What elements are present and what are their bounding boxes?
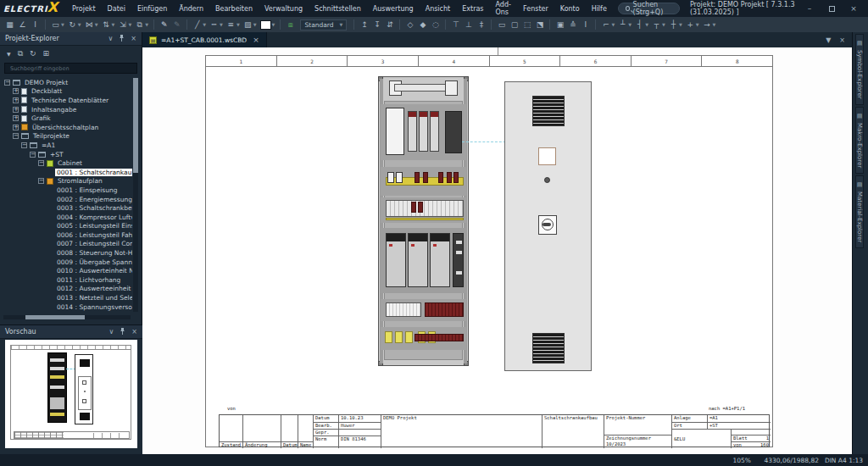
refresh-icon[interactable]: ↻ [30, 49, 36, 58]
layer-order-icon[interactable]: ⇵ [383, 18, 396, 31]
tree-item[interactable]: −DEMO Projekt [0, 78, 132, 87]
panel-close-icon[interactable]: × [131, 35, 136, 42]
menu-ansicht[interactable]: Ansicht [420, 0, 457, 17]
menu-konto[interactable]: Konto [554, 0, 586, 17]
layer-select[interactable]: Standard▼ [300, 19, 347, 31]
new-folder-icon[interactable]: ⧉ [18, 49, 23, 58]
scrollbar-thumb[interactable] [133, 78, 138, 173]
node-icon[interactable]: +▼ [684, 18, 701, 31]
document-tab[interactable]: ▤ =A1+ST_CAB.0001.wsCBD × [142, 32, 267, 47]
minimize-button[interactable]: – [800, 2, 819, 15]
panel-close-icon[interactable]: × [131, 328, 137, 336]
text-cursor-icon[interactable]: I [29, 18, 42, 31]
tree-item[interactable]: 0001 : Einspeisung [0, 186, 132, 195]
tree-item[interactable]: 0005 : Leistungsteil Einspei [0, 222, 132, 231]
arrow-right-icon[interactable]: →▼ [701, 18, 718, 31]
line-color-icon[interactable]: ╱▼ [191, 18, 208, 31]
rectangle-tool-icon[interactable]: ▭ [495, 18, 508, 31]
close-button[interactable]: × [844, 2, 863, 15]
tree-item[interactable]: +Deckblatt [0, 87, 132, 97]
tree-item[interactable]: +Grafik [0, 114, 132, 123]
rounded-rect-tool-icon[interactable]: ▢ [508, 18, 520, 31]
menu-schnittstellen[interactable]: Schnittstellen [309, 0, 367, 17]
tree-item[interactable]: 0008 : Steuerung Not-Halt [0, 248, 132, 258]
tree-item[interactable]: 0012 : Auswerteeinheit Lich [0, 285, 132, 294]
tree-item[interactable]: −=A1 [0, 141, 132, 150]
menu-einf-gen[interactable]: Einfügen [131, 0, 173, 17]
menu-auswertung[interactable]: Auswertung [367, 0, 420, 17]
tree-item[interactable]: 0003 : Schaltschrankbelüftu [0, 203, 132, 213]
tree-item[interactable]: 0001 : Schaltschrankau [0, 168, 132, 177]
tree-item[interactable]: 0009 : Übergabe Spannung [0, 258, 132, 267]
tree-item[interactable]: 0006 : Leistungsteil Fahrtisc [0, 230, 132, 240]
tree-item[interactable]: −Stromlaufplan [0, 177, 132, 186]
tree-search-box[interactable] [4, 63, 137, 74]
menu-verwaltung[interactable]: Verwaltung [259, 0, 309, 17]
format-paint-icon[interactable]: ✎ [158, 18, 170, 31]
tab-makro-explorer[interactable]: ▤Makro-Explorer [855, 107, 864, 174]
tree-item[interactable]: +Übersichtsschaltplan [0, 123, 132, 132]
tab-symbol-explorer[interactable]: ▤Symbol-Explorer [855, 34, 864, 105]
align-bottom-icon[interactable]: ⊥ [462, 18, 475, 31]
distribute-icon[interactable]: ‡ [475, 18, 487, 31]
view-grid-icon[interactable]: ▦ [3, 18, 16, 31]
scrollbar-thumb[interactable] [25, 315, 85, 319]
duplicate-icon[interactable]: ⧉▼ [133, 18, 150, 31]
junction-left-icon[interactable]: ┤▼ [633, 18, 650, 31]
tree-vertical-scrollbar[interactable] [133, 78, 138, 312]
menu--ndern[interactable]: Ändern [173, 0, 209, 17]
tree-item[interactable]: −+ST [0, 150, 132, 159]
selection-frame-icon[interactable]: ⬚ [520, 18, 533, 31]
angle-measure-icon[interactable]: ∠ [16, 18, 29, 31]
rotate-icon[interactable]: ↻▼ [66, 18, 83, 31]
layer-select[interactable]: Standard▼ [297, 18, 350, 31]
move-icon[interactable]: ▭▼ [49, 18, 66, 31]
tree-item[interactable]: 0010 : Auswerteinheit Not-H [0, 266, 132, 275]
global-search[interactable]: Suchen (Strg+Q) [618, 3, 680, 14]
snap-object-icon[interactable]: ◌ [429, 18, 442, 31]
snap-grid-icon[interactable]: ◆ [416, 18, 429, 31]
tree-item[interactable]: 0011 : Lichtvorhang [0, 275, 132, 285]
collapse-icon[interactable]: − [21, 142, 27, 148]
menu-projekt[interactable]: Projekt [66, 0, 102, 17]
collapse-icon[interactable]: − [30, 152, 36, 158]
junction-down-icon[interactable]: ┴▼ [616, 18, 633, 31]
expand-icon[interactable]: + [13, 125, 19, 130]
collapse-icon[interactable]: − [4, 80, 10, 86]
snap-free-icon[interactable]: ◇ [403, 18, 416, 31]
tree-item[interactable]: 0004 : Kompressor Luftversi [0, 213, 132, 222]
tree-item[interactable]: 0014 : Spannungsversorgu [0, 302, 132, 312]
tree-item[interactable]: +Inhaltsangabe [0, 105, 132, 114]
tab-close-icon[interactable]: × [253, 36, 259, 44]
copy-icon[interactable]: ⊞ [43, 49, 50, 58]
mirror-icon[interactable]: ⋈▼ [83, 18, 100, 31]
lasso-select-icon[interactable]: ⬔ [533, 18, 546, 31]
expand-icon[interactable]: + [13, 115, 19, 121]
line-width-icon[interactable]: ≡▼ [225, 18, 242, 31]
text-tool-icon[interactable]: I [579, 18, 592, 31]
drawing-canvas[interactable]: 12345678 [142, 47, 852, 454]
cross-junction-icon[interactable]: ┼▼ [667, 18, 684, 31]
layer-lower-icon[interactable]: ↧ [370, 18, 383, 31]
tree-item[interactable]: +Technische Datenblätter [0, 96, 132, 105]
expand-icon[interactable]: + [13, 88, 19, 94]
collapse-icon[interactable]: − [38, 178, 44, 184]
color-swatch[interactable]: ▼ [259, 18, 277, 31]
expand-icon[interactable]: + [13, 97, 19, 103]
tree-search-input[interactable] [8, 64, 133, 73]
hatch-icon[interactable]: ▨▼ [242, 18, 259, 31]
maximize-button[interactable] [822, 2, 841, 15]
collapse-icon[interactable]: − [38, 160, 44, 166]
corner-tool-icon[interactable]: ⌐▼ [599, 18, 616, 31]
panel-collapse-icon[interactable]: ∨ [108, 35, 113, 42]
menu-extras[interactable]: Extras [456, 0, 489, 17]
menu-hilfe[interactable]: Hilfe [586, 0, 613, 17]
align-top-icon[interactable]: ⊤ [449, 18, 462, 31]
format-paint-off-icon[interactable]: ✎ [170, 18, 183, 31]
image-tool-icon[interactable]: ▣ [554, 18, 566, 31]
menu-add-ons[interactable]: Add-Ons [490, 0, 518, 17]
filter-dropdown-icon[interactable]: ▼ [7, 51, 11, 57]
panel-pin-icon[interactable] [120, 328, 125, 336]
tree-item[interactable]: −Cabinet [0, 158, 132, 168]
line-style-icon[interactable]: ┅▼ [208, 18, 225, 31]
